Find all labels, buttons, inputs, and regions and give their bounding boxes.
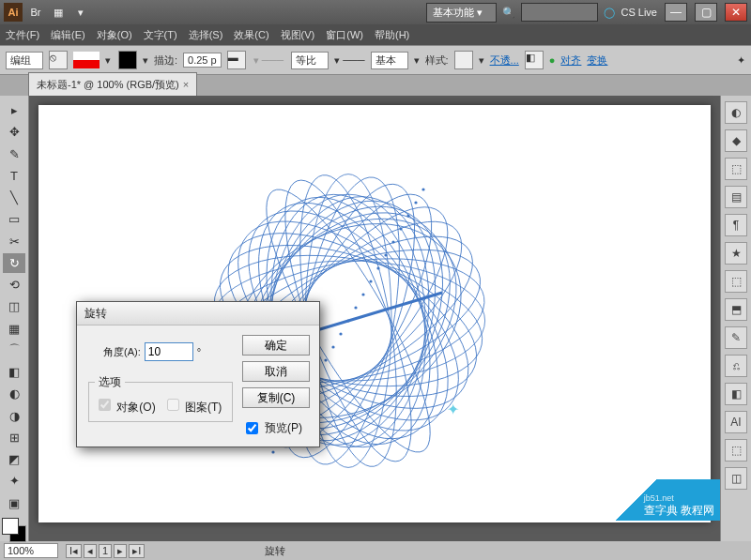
dialog-title[interactable]: 旋转 bbox=[77, 302, 319, 325]
tool-reflect[interactable]: ⟲ bbox=[3, 275, 25, 295]
close-button[interactable]: ✕ bbox=[725, 3, 747, 22]
angle-label: 角度(A): bbox=[103, 345, 141, 359]
panel-swatches[interactable]: ◆ bbox=[725, 129, 747, 152]
panel-stroke[interactable]: ⬚ bbox=[725, 158, 747, 180]
svg-point-38 bbox=[339, 332, 342, 335]
fg-swatch[interactable] bbox=[2, 518, 19, 535]
page-nav[interactable]: I◂◂1▸▸I bbox=[66, 544, 145, 558]
preview-label: 预览(P) bbox=[265, 420, 302, 436]
tool-type[interactable]: T bbox=[3, 166, 25, 186]
menu-help[interactable]: 帮助(H) bbox=[375, 28, 409, 42]
svg-text:✦: ✦ bbox=[447, 401, 459, 417]
scale-select[interactable]: 等比 bbox=[291, 52, 329, 69]
watermark-site: 查字典 教程网 bbox=[644, 503, 714, 519]
menu-effect[interactable]: 效果(C) bbox=[234, 28, 268, 42]
panel-appearance[interactable]: ⬒ bbox=[725, 298, 747, 321]
tool-mesh[interactable]: ▦ bbox=[3, 319, 25, 339]
menu-select[interactable]: 选择(S) bbox=[189, 28, 223, 42]
bridge-icon[interactable]: Br bbox=[26, 3, 45, 22]
panel-graphic-styles[interactable]: ⎌ bbox=[725, 355, 747, 377]
doc-tab-label: 未标题-1* @ 100% (RGB/预览) bbox=[37, 78, 179, 92]
status-section: 旋转 bbox=[265, 544, 285, 558]
panel-brush[interactable]: ✎ bbox=[725, 326, 747, 349]
tool-zoom[interactable]: ▣ bbox=[3, 493, 25, 513]
preview-toggle[interactable]: 预览(P) bbox=[242, 419, 310, 437]
panel-artboards[interactable]: ◫ bbox=[725, 467, 747, 490]
tool-pen[interactable]: ✎ bbox=[3, 144, 25, 164]
tool-selection[interactable]: ▸ bbox=[3, 100, 25, 120]
stroke-dash-icon[interactable]: ▬ bbox=[227, 51, 246, 69]
panel-transparency[interactable]: ⬚ bbox=[725, 270, 747, 293]
tool-slice[interactable]: ◩ bbox=[3, 449, 25, 469]
tool-symbol[interactable]: ◑ bbox=[3, 406, 25, 426]
copy-button[interactable]: 复制(C) bbox=[242, 387, 310, 408]
options-fieldset: 选项 对象(O) 图案(T) bbox=[88, 374, 233, 422]
selection-mode[interactable]: 编组 bbox=[6, 52, 43, 69]
style-label: 样式: bbox=[425, 53, 449, 68]
preview-check[interactable] bbox=[246, 422, 258, 434]
svg-point-39 bbox=[346, 319, 349, 322]
cslive-label[interactable]: CS Live bbox=[621, 7, 657, 18]
transform-link[interactable]: 变换 bbox=[587, 53, 607, 68]
tool-direct-select[interactable]: ✥ bbox=[3, 122, 25, 142]
profile-select[interactable]: 基本 bbox=[371, 52, 408, 69]
maximize-button[interactable]: ▢ bbox=[695, 3, 717, 22]
panel-gradient[interactable]: ▤ bbox=[725, 186, 747, 208]
cancel-button[interactable]: 取消 bbox=[242, 361, 310, 382]
menu-object[interactable]: 对象(O) bbox=[97, 28, 132, 42]
fill-swatch[interactable] bbox=[73, 52, 100, 68]
svg-point-37 bbox=[331, 345, 334, 348]
tool-artboard[interactable]: ⊞ bbox=[3, 428, 25, 447]
svg-point-48 bbox=[414, 201, 417, 204]
watermark-url: jb51.net bbox=[644, 493, 714, 503]
minimize-button[interactable]: — bbox=[665, 3, 687, 22]
angle-input[interactable] bbox=[145, 342, 193, 361]
opt-patterns-check[interactable] bbox=[167, 399, 179, 411]
dropdown-icon[interactable]: ▾ bbox=[71, 3, 90, 22]
tool-gradient[interactable]: ⌒ bbox=[3, 341, 25, 360]
registration-icon[interactable]: ✦ bbox=[737, 54, 745, 67]
ok-button[interactable]: 确定 bbox=[242, 335, 310, 356]
control-bar: 编组 ⦸ ▾ ▾ 描边: 0.25 p ▬ ▾ ─── 等比 ▾ ─── 基本 … bbox=[0, 45, 751, 75]
tool-eyedrop[interactable]: ◧ bbox=[3, 362, 25, 382]
opt-patterns[interactable]: 图案(T) bbox=[163, 396, 222, 416]
zoom-field[interactable]: 100% bbox=[4, 543, 58, 558]
menu-window[interactable]: 窗口(W) bbox=[326, 28, 363, 42]
document-tab[interactable]: 未标题-1* @ 100% (RGB/预览) × bbox=[28, 72, 197, 96]
cslive-icon[interactable]: ◯ bbox=[604, 7, 615, 19]
opt-objects[interactable]: 对象(O) bbox=[95, 396, 156, 416]
svg-point-43 bbox=[376, 266, 379, 269]
workspace-select[interactable]: 基本功能 ▾ bbox=[426, 3, 497, 23]
tool-scissors[interactable]: ✂ bbox=[3, 232, 25, 251]
align-link[interactable]: 对齐 bbox=[560, 53, 581, 68]
menu-type[interactable]: 文字(T) bbox=[144, 28, 177, 42]
opacity-link[interactable]: 不透... bbox=[490, 53, 519, 68]
panel-layers[interactable]: ⬚ bbox=[725, 439, 747, 462]
tool-scale[interactable]: ◫ bbox=[3, 296, 25, 316]
panel-symbols[interactable]: ★ bbox=[725, 242, 747, 265]
tool-panel: ▸ ✥ ✎ T ╲ ▭ ✂ ↻ ⟲ ◫ ▦ ⌒ ◧ ◐ ◑ ⊞ ◩ ✦ ▣ bbox=[0, 96, 29, 541]
tool-blend[interactable]: ◐ bbox=[3, 384, 25, 403]
opt-objects-label: 对象(O) bbox=[116, 401, 155, 414]
tool-hand[interactable]: ✦ bbox=[3, 471, 25, 491]
panel-character[interactable]: AI bbox=[725, 411, 747, 433]
opt-objects-check[interactable] bbox=[99, 399, 111, 411]
stroke-weight-input[interactable]: 0.25 p bbox=[183, 53, 222, 68]
fill-none-icon[interactable]: ⦸ bbox=[49, 51, 68, 69]
opacity-icon[interactable]: ◧ bbox=[525, 51, 544, 69]
arrange-icon[interactable]: ▦ bbox=[49, 3, 68, 22]
menu-edit[interactable]: 编辑(E) bbox=[51, 28, 85, 42]
tool-line[interactable]: ╲ bbox=[3, 188, 25, 207]
panel-align[interactable]: ◧ bbox=[725, 383, 747, 405]
menu-file[interactable]: 文件(F) bbox=[6, 28, 39, 42]
panel-paragraph[interactable]: ¶ bbox=[725, 214, 747, 236]
search-input[interactable] bbox=[521, 3, 598, 22]
menu-view[interactable]: 视图(V) bbox=[281, 28, 315, 42]
tool-rectangle[interactable]: ▭ bbox=[3, 209, 25, 229]
close-tab-icon[interactable]: × bbox=[183, 79, 189, 90]
panel-color[interactable]: ◐ bbox=[725, 101, 747, 124]
stroke-swatch[interactable] bbox=[118, 51, 137, 69]
color-swatches[interactable] bbox=[0, 518, 24, 541]
style-swatch[interactable] bbox=[454, 51, 473, 69]
tool-rotate[interactable]: ↻ bbox=[3, 253, 25, 273]
